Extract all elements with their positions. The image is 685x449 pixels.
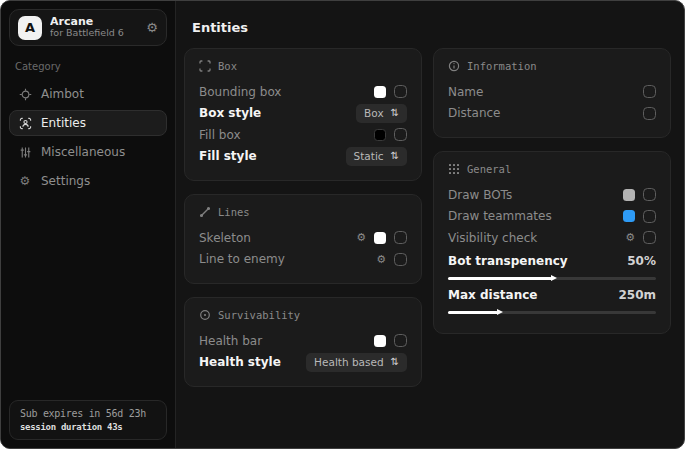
category-label: Category (15, 61, 161, 72)
brackets-icon (199, 60, 211, 72)
row-draw-bots: Draw BOTs (448, 184, 656, 206)
slider-value-max-distance: 250m (618, 288, 656, 302)
color-swatch-bounding-box[interactable] (374, 86, 386, 98)
checkbox-visibility-check[interactable] (643, 231, 656, 244)
row-draw-teammates: Draw teammates (448, 206, 656, 228)
slider-bot-transpenency[interactable] (448, 277, 656, 280)
row-label: Max distance (448, 288, 537, 302)
color-swatch-draw-bots[interactable] (623, 189, 635, 201)
gear-icon: ⚙ (18, 174, 32, 188)
row-controls (374, 128, 407, 141)
panel-header: Lines (199, 206, 407, 218)
row-label: Fill style (199, 149, 257, 163)
slider-value-bot-transpenency: 50% (627, 254, 656, 268)
gear-icon[interactable]: ⚙ (376, 254, 386, 265)
checkbox-name[interactable] (643, 85, 656, 98)
row-label: Draw BOTs (448, 188, 512, 202)
app-logo-avatar: A (18, 16, 42, 40)
row-label: Draw teammates (448, 209, 552, 223)
app-window: A Arcane for Battlefield 6 ⚙ Category Ai… (0, 0, 685, 449)
row-fill-style: Fill styleStatic⇅ (199, 146, 407, 168)
sidebar-item-settings[interactable]: ⚙Settings (9, 168, 167, 194)
row-box-style: Box styleBox⇅ (199, 103, 407, 125)
row-controls: ⚙ (356, 231, 407, 244)
panel-header: Survivability (199, 309, 407, 321)
panel-title: Information (467, 60, 537, 72)
session-duration-text: session duration 43s (20, 422, 156, 432)
color-swatch-health-bar[interactable] (374, 335, 386, 347)
info-icon (448, 60, 460, 72)
color-swatch-skeleton[interactable] (374, 232, 386, 244)
row-fill-box: Fill box (199, 124, 407, 146)
row-label: Skeleton (199, 231, 251, 245)
panel-columns: BoxBounding boxBox styleBox⇅Fill boxFill… (184, 48, 671, 387)
color-swatch-fill-box[interactable] (374, 129, 386, 141)
checkbox-health-bar[interactable] (394, 334, 407, 347)
row-controls (643, 85, 656, 98)
row-controls (374, 85, 407, 98)
sliders-icon (18, 145, 32, 159)
sidebar-item-aimbot[interactable]: Aimbot (9, 81, 167, 107)
gear-icon[interactable]: ⚙ (356, 232, 366, 243)
grid-icon (448, 163, 460, 175)
row-label: Bot transpenency (448, 254, 568, 268)
row-controls: Health based⇅ (306, 353, 407, 372)
sidebar-nav: AimbotEntitiesMiscellaneous⚙Settings (9, 81, 167, 194)
checkbox-draw-teammates[interactable] (643, 210, 656, 223)
panel-header: Box (199, 60, 407, 72)
crosshair-icon (18, 87, 32, 101)
checkbox-skeleton[interactable] (394, 231, 407, 244)
updown-icon: ⇅ (391, 151, 399, 161)
app-subtitle: for Battlefield 6 (50, 28, 138, 39)
app-settings-gear-icon[interactable]: ⚙ (146, 20, 158, 35)
checkbox-distance[interactable] (643, 107, 656, 120)
app-header-card: A Arcane for Battlefield 6 ⚙ (9, 9, 167, 46)
row-distance: Distance (448, 103, 656, 125)
sidebar-item-label: Miscellaneous (41, 145, 125, 159)
slider-max-distance[interactable] (448, 311, 656, 314)
row-controls (623, 210, 656, 223)
sub-expiry-text: Sub expires in 56d 23h (20, 408, 156, 419)
entities-icon (18, 116, 32, 130)
checkbox-bounding-box[interactable] (394, 85, 407, 98)
right-column: InformationNameDistanceGeneralDraw BOTsD… (433, 48, 671, 387)
row-label: Fill box (199, 128, 241, 142)
row-controls: ⚙ (625, 231, 656, 244)
dropdown-health-style[interactable]: Health based⇅ (306, 353, 407, 372)
panel-box: BoxBounding boxBox styleBox⇅Fill boxFill… (184, 48, 422, 181)
checkbox-line-to-enemy[interactable] (394, 253, 407, 266)
checkbox-fill-box[interactable] (394, 128, 407, 141)
panel-survivability: SurvivabilityHealth barHealth styleHealt… (184, 297, 422, 387)
row-controls (623, 188, 656, 201)
slider-fill (448, 277, 552, 280)
panel-title: Box (218, 60, 237, 72)
sidebar-item-label: Settings (41, 174, 90, 188)
row-label: Distance (448, 106, 500, 120)
panel-information: InformationNameDistance (433, 48, 671, 138)
gear-icon[interactable]: ⚙ (625, 232, 635, 243)
dropdown-value: Health based (314, 356, 384, 368)
row-label: Bounding box (199, 85, 281, 99)
dropdown-fill-style[interactable]: Static⇅ (346, 147, 407, 166)
page-title: Entities (192, 20, 671, 35)
panel-header: Information (448, 60, 656, 72)
row-bounding-box: Bounding box (199, 81, 407, 103)
panel-general: GeneralDraw BOTsDraw teammatesVisibility… (433, 151, 671, 334)
row-controls: Static⇅ (346, 147, 407, 166)
subscription-info-card: Sub expires in 56d 23h session duration … (9, 400, 167, 440)
left-column: BoxBounding boxBox styleBox⇅Fill boxFill… (184, 48, 422, 387)
row-label: Health style (199, 355, 281, 369)
row-bot-transpenency: Bot transpenency50% (448, 252, 656, 280)
row-controls: ⚙ (376, 253, 407, 266)
color-swatch-draw-teammates[interactable] (623, 210, 635, 222)
dropdown-box-style[interactable]: Box⇅ (356, 104, 407, 123)
sidebar-item-miscellaneous[interactable]: Miscellaneous (9, 139, 167, 165)
row-controls (374, 334, 407, 347)
sidebar-item-label: Entities (41, 116, 86, 130)
row-controls (643, 107, 656, 120)
target-icon (199, 309, 211, 321)
checkbox-draw-bots[interactable] (643, 188, 656, 201)
row-health-style: Health styleHealth based⇅ (199, 352, 407, 374)
sidebar-item-entities[interactable]: Entities (9, 110, 167, 136)
panel-title: Survivability (218, 309, 300, 321)
